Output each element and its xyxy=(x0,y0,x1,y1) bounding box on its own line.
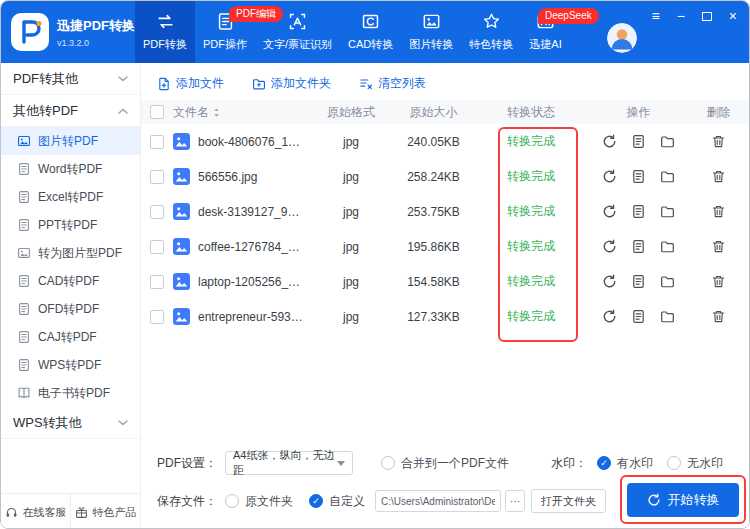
table-row: laptop-1205256_1280.jpg jpg 154.58KB 转换完… xyxy=(141,264,750,299)
avatar-icon xyxy=(607,23,637,53)
page-setup-select[interactable]: A4纸张，纵向，无边距 xyxy=(225,451,353,475)
delete-icon[interactable] xyxy=(711,274,726,289)
file-size: 240.05KB xyxy=(396,135,471,149)
chevron-down-icon xyxy=(337,461,345,466)
view-file-icon[interactable] xyxy=(631,134,646,149)
online-service-button[interactable]: 在线客服 xyxy=(1,494,70,529)
merge-pdf-label: 合并到一个PDF文件 xyxy=(401,455,509,472)
convert-again-icon[interactable] xyxy=(602,239,617,254)
row-checkbox[interactable] xyxy=(150,135,164,149)
close-button[interactable]: × xyxy=(729,9,737,23)
save-custom-radio[interactable]: ✓ 自定义 xyxy=(309,493,365,510)
sidebar-item-word-to-pdf[interactable]: Word转PDF xyxy=(1,155,140,183)
tab-cad-convert[interactable]: CAD转换 xyxy=(340,1,401,63)
app-logo-icon xyxy=(11,13,49,51)
sidebar-item-to-image-pdf[interactable]: 转为图片型PDF xyxy=(1,239,140,267)
delete-icon[interactable] xyxy=(711,204,726,219)
item-label: 转为图片型PDF xyxy=(38,245,122,262)
view-file-icon[interactable] xyxy=(631,309,646,324)
maximize-button[interactable] xyxy=(702,12,712,21)
sidebar-item-ppt-to-pdf[interactable]: PPT转PDF xyxy=(1,211,140,239)
jpg-file-icon xyxy=(173,168,190,185)
save-settings-row: 保存文件： 原文件夹 ✓ 自定义 ··· 打开文件夹 xyxy=(157,489,606,513)
sidebar-section-other-to-pdf[interactable]: 其他转PDF xyxy=(1,95,140,127)
open-folder-icon[interactable] xyxy=(660,309,675,324)
ofd-doc-icon xyxy=(17,302,31,316)
item-label: CAD转PDF xyxy=(38,273,99,290)
menu-icon[interactable]: ≡ xyxy=(651,9,659,23)
sidebar-item-image-to-pdf[interactable]: 图片转PDF xyxy=(1,127,140,155)
clear-list-button[interactable]: 清空列表 xyxy=(359,75,426,92)
row-checkbox[interactable] xyxy=(150,205,164,219)
file-name: coffee-1276784_1280.jpg xyxy=(198,240,306,254)
pdf-edit-badge: PDF编辑 xyxy=(229,6,283,22)
row-checkbox[interactable] xyxy=(150,275,164,289)
row-checkbox[interactable] xyxy=(150,310,164,324)
sort-icon[interactable] xyxy=(213,107,220,118)
open-folder-icon[interactable] xyxy=(660,239,675,254)
merge-pdf-radio[interactable]: 合并到一个PDF文件 xyxy=(381,455,509,472)
excel-doc-icon xyxy=(17,190,31,204)
select-all-checkbox[interactable] xyxy=(150,105,164,119)
col-filename: 文件名 xyxy=(173,104,209,121)
sidebar-item-ofd-to-pdf[interactable]: OFD转PDF xyxy=(1,295,140,323)
sidebar-item-excel-to-pdf[interactable]: Excel转PDF xyxy=(1,183,140,211)
sidebar-item-cad-to-pdf[interactable]: CAD转PDF xyxy=(1,267,140,295)
item-label: 图片转PDF xyxy=(38,133,98,150)
add-file-button[interactable]: 添加文件 xyxy=(157,75,224,92)
tab-pdf-convert[interactable]: PDF转换 xyxy=(135,1,195,63)
view-file-icon[interactable] xyxy=(631,239,646,254)
sidebar-item-ebook-to-pdf[interactable]: 电子书转PDF xyxy=(1,379,140,407)
open-folder-icon[interactable] xyxy=(660,169,675,184)
col-format: 原始格式 xyxy=(306,104,396,121)
convert-again-icon[interactable] xyxy=(602,134,617,149)
featured-products-button[interactable]: 特色产品 xyxy=(70,494,140,529)
save-path-input[interactable] xyxy=(375,490,501,512)
watermark-yes-label: 有水印 xyxy=(617,455,653,472)
watermark-no-radio[interactable]: 无水印 xyxy=(667,455,723,472)
convert-icon xyxy=(156,12,175,31)
convert-again-icon[interactable] xyxy=(602,274,617,289)
open-folder-icon[interactable] xyxy=(660,274,675,289)
footer-label: 在线客服 xyxy=(23,505,67,520)
delete-icon[interactable] xyxy=(711,134,726,149)
view-file-icon[interactable] xyxy=(631,274,646,289)
convert-again-icon[interactable] xyxy=(602,169,617,184)
convert-again-icon[interactable] xyxy=(602,204,617,219)
open-folder-button[interactable]: 打开文件夹 xyxy=(531,489,606,513)
tab-image-convert[interactable]: 图片转换 xyxy=(401,1,461,63)
row-checkbox[interactable] xyxy=(150,170,164,184)
delete-icon[interactable] xyxy=(711,169,726,184)
file-name: 566556.jpg xyxy=(198,170,257,184)
row-checkbox[interactable] xyxy=(150,240,164,254)
view-file-icon[interactable] xyxy=(631,169,646,184)
file-format: jpg xyxy=(306,205,396,219)
save-original-radio[interactable]: 原文件夹 xyxy=(225,493,293,510)
sidebar-item-caj-to-pdf[interactable]: CAJ转PDF xyxy=(1,323,140,351)
sidebar-section-wps-to-other[interactable]: WPS转其他 xyxy=(1,407,140,439)
file-format: jpg xyxy=(306,275,396,289)
file-size: 127.33KB xyxy=(396,310,471,324)
minimize-button[interactable]: − xyxy=(677,9,685,23)
start-convert-button[interactable]: 开始转换 xyxy=(627,483,739,517)
add-folder-button[interactable]: 添加文件夹 xyxy=(252,75,331,92)
convert-again-icon[interactable] xyxy=(602,309,617,324)
star-icon xyxy=(482,12,501,31)
tab-label: 图片转换 xyxy=(409,37,453,52)
watermark-yes-radio[interactable]: ✓ 有水印 xyxy=(597,455,653,472)
sidebar-item-wps-to-pdf[interactable]: WPS转PDF xyxy=(1,351,140,379)
browse-path-button[interactable]: ··· xyxy=(505,490,525,512)
delete-icon[interactable] xyxy=(711,309,726,324)
wps-doc-icon xyxy=(17,358,31,372)
open-folder-icon[interactable] xyxy=(660,204,675,219)
item-label: Excel转PDF xyxy=(38,189,103,206)
tab-special-convert[interactable]: 特色转换 xyxy=(461,1,521,63)
open-folder-icon[interactable] xyxy=(660,134,675,149)
col-delete: 删除 xyxy=(686,104,750,121)
sidebar-section-pdf-to-other[interactable]: PDF转其他 xyxy=(1,63,140,95)
page-setup-value: A4纸张，纵向，无边距 xyxy=(233,448,337,478)
user-avatar[interactable] xyxy=(607,23,637,53)
view-file-icon[interactable] xyxy=(631,204,646,219)
chevron-down-icon xyxy=(118,76,128,82)
delete-icon[interactable] xyxy=(711,239,726,254)
